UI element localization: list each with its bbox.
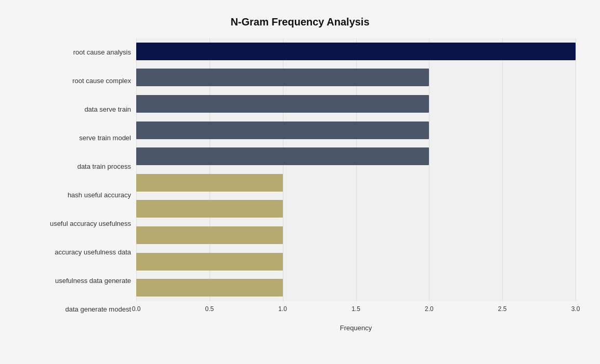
y-label: usefulness data generate [55,277,131,285]
bar [136,43,576,60]
chart-title: N-Gram Frequency Analysis [24,16,576,28]
x-tick-label: 1.5 [351,305,360,313]
bar [136,253,283,271]
plot-area: 0.00.51.01.52.02.53.0 Frequency [136,38,576,324]
y-label: accuracy usefulness data [55,248,131,257]
x-tick-label: 0.5 [205,305,214,313]
y-label: hash useful accuracy [68,191,131,199]
x-axis: 0.00.51.01.52.02.53.0 Frequency [136,303,576,324]
bar-row [136,66,576,89]
y-label: data generate modest [66,305,131,314]
grid-line [576,38,576,301]
bar-row [136,250,576,273]
y-label: root cause analysis [73,48,131,57]
bar-row [136,145,576,168]
x-tick-label: 1.0 [278,305,287,313]
bar [136,279,283,296]
y-label: data serve train [84,105,131,114]
bar-row [136,197,576,220]
bar-row [136,119,576,142]
x-tick-label: 2.0 [425,305,434,313]
x-tick-label: 2.5 [498,305,507,313]
x-axis-ticks: 0.00.51.01.52.02.53.0 [136,303,576,314]
bar [136,200,283,218]
y-label: root cause complex [72,77,131,85]
bar [136,226,283,244]
x-tick-label: 3.0 [571,305,580,313]
bar [136,122,429,139]
bar-row [136,276,576,299]
bar-row [136,92,576,115]
x-axis-label: Frequency [136,324,576,332]
chart-container: N-Gram Frequency Analysis root cause ana… [14,6,586,359]
bar-row [136,171,576,194]
y-axis-labels: root cause analysisroot cause complexdat… [24,38,136,324]
bar-row [136,40,576,63]
y-label: serve train model [79,134,131,142]
bars-section [136,38,576,301]
bar [136,147,429,165]
bar [136,69,429,86]
bar-row [136,224,576,247]
bar [136,95,429,113]
bar [136,174,283,192]
x-tick-label: 0.0 [132,305,141,313]
y-label: data train process [77,163,131,171]
y-label: useful accuracy usefulness [50,220,131,228]
chart-area: root cause analysisroot cause complexdat… [24,38,576,324]
